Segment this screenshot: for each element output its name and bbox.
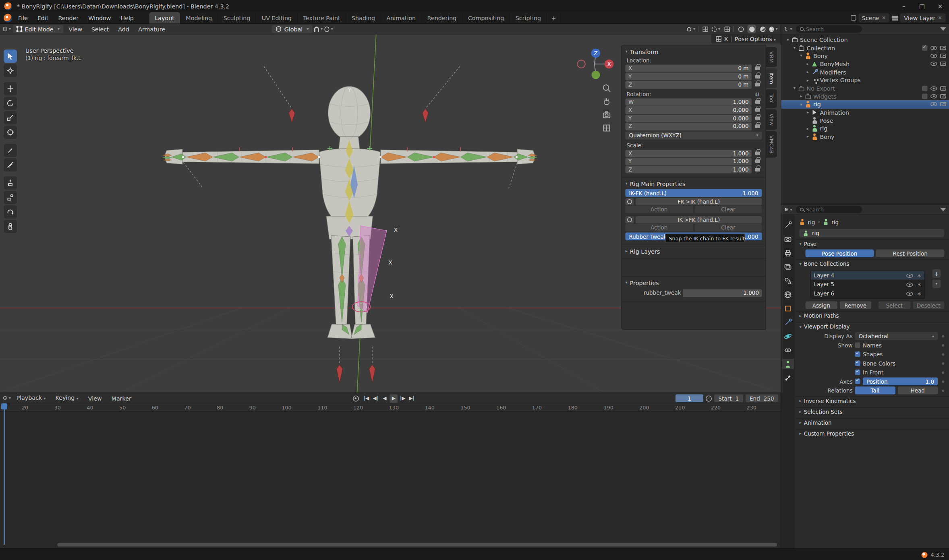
end-frame-field[interactable]: End250 [746,395,778,403]
outliner-row-bonymesh[interactable]: ▸ BonyMesh [781,60,949,68]
relations-head-button[interactable]: Head [897,386,938,395]
menu-marker[interactable]: Marker [107,393,135,403]
hide-eye-icon[interactable] [930,102,937,107]
expand-arrow[interactable]: ▸ [805,134,811,139]
animate-dot[interactable] [942,362,945,364]
tool-annotate[interactable] [4,144,17,157]
clear-button-1[interactable]: Clear [694,206,762,213]
play-reverse-button[interactable]: ◀ [381,394,389,403]
lock-rotation-x-icon[interactable] [755,108,760,112]
render-visibility-icon[interactable] [940,86,946,91]
transform-orientation-selector[interactable]: Global [272,25,313,33]
rotation-mode-dropdown[interactable]: Quaternion (WXYZ) [626,131,762,139]
timeline-ruler[interactable]: 20 30 40 50 60 70 80 90 100 110 120 130 … [0,403,781,412]
bone-collections-header[interactable]: Bone Collections [795,259,949,269]
unlink-scene-icon[interactable]: × [882,15,886,21]
collection-checkbox[interactable] [922,93,928,99]
workspace-tab-uv-editing[interactable]: UV Editing [256,12,298,24]
animate-dot[interactable] [942,389,945,392]
navigation-gizmo[interactable]: Z X [572,46,617,85]
menu-add[interactable]: Add [114,24,133,34]
location-x-field[interactable]: X0 m [626,65,752,72]
play-button[interactable]: ▶ [390,394,398,403]
timeline-editor-type-icon[interactable] [3,394,11,402]
transform-panel-header[interactable]: Transform [624,47,763,56]
fk-to-ik-button[interactable]: FK->IK (hand.L) [636,198,762,205]
scale-y-field[interactable]: Y1.000 [626,158,752,165]
tool-move[interactable] [4,82,17,95]
menu-keying[interactable]: Keying [51,392,83,404]
properties-search-input[interactable] [806,207,858,213]
tool-extrude[interactable] [4,176,17,190]
maximize-button[interactable]: □ [913,0,931,12]
deselect-button[interactable]: Deselect [913,302,945,310]
bone-collection-specials-icon[interactable]: ▾ [932,280,941,288]
outliner-row-rig-data[interactable]: ▸ rig [781,124,949,132]
playhead[interactable] [4,403,5,545]
xray-toggle-icon[interactable] [723,25,731,33]
workspace-tab-layout[interactable]: Layout [149,12,180,24]
tool-scale[interactable] [4,111,17,124]
ik-to-fk-button[interactable]: IK->FK (hand.L) [636,216,762,223]
names-checkbox[interactable] [855,343,861,348]
playhead-handle[interactable] [1,403,7,409]
remove-button[interactable]: Remove [839,302,871,310]
zoom-icon[interactable] [602,83,611,93]
pose-section-header[interactable]: Pose [795,239,949,248]
render-visibility-icon[interactable] [940,62,946,66]
armature-name-field[interactable]: rig [800,229,945,238]
properties-search[interactable] [796,206,862,213]
inverse-kinematics-header[interactable]: Inverse Kinematics [795,396,949,405]
snap-icon-button-2[interactable] [626,216,634,223]
menu-render[interactable]: Render [53,12,83,24]
browse-scene-icon[interactable] [850,15,856,21]
hide-eye-icon[interactable] [930,86,937,91]
menu-help[interactable]: Help [116,12,139,24]
render-visibility-icon[interactable] [940,102,946,107]
rotation-x-field[interactable]: X0.000 [626,106,752,114]
relations-tail-button[interactable]: Tail [855,386,895,395]
toggle-perspective-icon[interactable] [602,123,611,133]
ik-fk-slider[interactable]: IK-FK (hand.L) 1.000 [626,189,762,197]
rubber-tweak-field[interactable]: 1.000 [683,289,762,297]
solo-icon[interactable]: ∗ [917,273,921,279]
start-frame-field[interactable]: Start1 [714,395,743,403]
pose-options-dropdown[interactable]: Pose Options [735,36,776,43]
lock-rotation-y-icon[interactable] [755,116,760,120]
outliner-editor-type-icon[interactable] [784,25,792,33]
collection-visibility-icon[interactable] [907,282,914,287]
filter-icon[interactable] [940,27,946,31]
tool-transform[interactable] [4,126,17,139]
shading-material-icon[interactable] [758,25,767,33]
lock-location-x-icon[interactable] [755,66,760,70]
expand-arrow[interactable]: ▸ [798,94,804,99]
location-z-field[interactable]: Z0 m [626,81,752,89]
expand-arrow[interactable]: ▾ [785,37,791,42]
clear-button-2[interactable]: Clear [694,224,762,231]
tool-roll[interactable] [4,205,17,219]
menu-window[interactable]: Window [83,12,116,24]
scale-x-field[interactable]: X1.000 [626,149,752,157]
outliner-row-no-export[interactable]: ▾ No Export [781,84,949,92]
outliner-row-bony[interactable]: ▾ Bony [781,52,949,60]
lock-rotation-w-icon[interactable] [755,100,760,104]
workspace-tab-modeling[interactable]: Modeling [180,12,218,24]
animate-dot[interactable] [942,353,945,355]
rotation-y-field[interactable]: Y0.000 [626,114,752,122]
expand-arrow[interactable]: ▸ [805,70,811,74]
tab-bone-icon[interactable] [782,373,794,383]
expand-arrow[interactable]: ▾ [792,86,798,91]
workspace-tab-rendering[interactable]: Rendering [422,12,462,24]
snapping-icon[interactable] [314,25,323,33]
tool-rotate[interactable] [4,97,17,110]
axes-checkbox[interactable] [855,379,861,384]
menu-view[interactable]: View [65,24,86,34]
tab-physics-icon[interactable] [782,331,794,341]
in-front-checkbox[interactable] [855,370,861,375]
lock-location-y-icon[interactable] [755,75,760,79]
menu-armature[interactable]: Armature [135,24,169,34]
jump-to-start-button[interactable]: |◀ [363,394,371,403]
show-overlays-icon[interactable] [712,25,720,33]
timecode-icon[interactable] [706,395,712,401]
outliner-row-collection[interactable]: ▾ Collection [781,44,949,52]
